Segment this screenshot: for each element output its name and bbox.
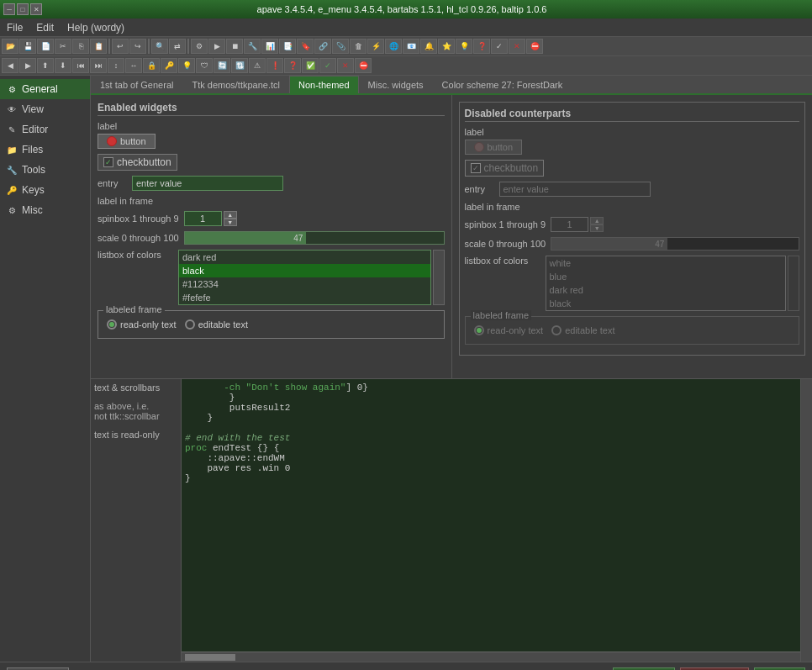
- h-scroll-thumb[interactable]: [185, 654, 235, 661]
- listbox-item-1-left[interactable]: black: [179, 264, 430, 277]
- sidebar-item-editor[interactable]: ✎ Editor: [0, 119, 90, 140]
- tb-b17[interactable]: ⛔: [526, 39, 543, 54]
- tb-save[interactable]: 💾: [19, 39, 36, 54]
- sidebar-item-misc[interactable]: ⚙ Misc: [0, 200, 90, 220]
- tb-b4[interactable]: 🔖: [297, 39, 314, 54]
- listbox-left[interactable]: dark red black #112334 #fefefe: [178, 250, 431, 305]
- listbox-item-2-left[interactable]: #112334: [179, 277, 430, 291]
- tb-open[interactable]: 📂: [2, 39, 18, 54]
- tb-cut[interactable]: ✂: [55, 39, 71, 54]
- tb-b5[interactable]: 🔗: [314, 39, 331, 54]
- tb-stop[interactable]: ⏹: [226, 39, 243, 54]
- horizontal-scrollbar[interactable]: [182, 652, 800, 662]
- spinbox-input-left[interactable]: [184, 211, 222, 226]
- tb-b15[interactable]: ✓: [491, 39, 508, 54]
- tb-b8[interactable]: ⚡: [367, 39, 384, 54]
- tb-redo[interactable]: ↪: [129, 39, 146, 54]
- tb2-b10[interactable]: 🔑: [161, 58, 177, 73]
- tb-b6[interactable]: 📎: [332, 39, 349, 54]
- sidebar-item-view[interactable]: 👁 View: [0, 99, 90, 119]
- tb2-b15[interactable]: ⚠: [249, 58, 266, 73]
- tb-new[interactable]: 📄: [37, 39, 54, 54]
- tb2-b14[interactable]: 🔃: [231, 58, 248, 73]
- entry-input-left[interactable]: [132, 176, 283, 191]
- listbox-item-0-left[interactable]: dark red: [179, 251, 430, 264]
- radio-editable-left[interactable]: editable text: [185, 319, 248, 330]
- code-editor[interactable]: -ch "Don't show again"] 0} } putsResult2…: [182, 379, 800, 652]
- tb-b16[interactable]: ✕: [509, 39, 525, 54]
- demo-button-right: button: [465, 140, 523, 155]
- tb-b7[interactable]: 🗑: [350, 39, 366, 54]
- menu-edit[interactable]: Edit: [33, 21, 57, 34]
- tb-settings[interactable]: ⚙: [191, 39, 208, 54]
- tb2-b6[interactable]: ⏭: [90, 58, 107, 73]
- tb2-b16[interactable]: ❗: [266, 58, 283, 73]
- sidebar-item-tools[interactable]: 🔧 Tools: [0, 160, 90, 180]
- tab-ttk[interactable]: Ttk demos/ttkpane.tcl: [182, 76, 289, 93]
- tb2-b4[interactable]: ⬇: [55, 58, 71, 73]
- help-button[interactable]: ❓ Help: [7, 667, 69, 671]
- scale-track-left[interactable]: 47: [184, 231, 445, 245]
- sidebar-item-files[interactable]: 📁 Files: [0, 140, 90, 160]
- tab-general[interactable]: 1st tab of General: [91, 76, 182, 93]
- tb-b13[interactable]: 💡: [456, 39, 472, 54]
- ok-button[interactable]: ✓ OK: [754, 667, 805, 671]
- tb2-b8[interactable]: ↔: [125, 58, 142, 73]
- tb2-b20[interactable]: ✕: [337, 58, 354, 73]
- tb-replace[interactable]: ⇄: [169, 39, 186, 54]
- tb-b10[interactable]: 📧: [403, 39, 419, 54]
- tb-paste[interactable]: 📋: [90, 39, 107, 54]
- listbox-item-3-left[interactable]: #fefefe: [179, 291, 430, 304]
- tb2-b9[interactable]: 🔒: [143, 58, 160, 73]
- spinbox-right: ▲ ▼: [551, 217, 604, 232]
- spinbox-up-left[interactable]: ▲: [224, 211, 237, 219]
- tb2-b13[interactable]: 🔄: [214, 58, 230, 73]
- tb2-b12[interactable]: 🛡: [196, 58, 213, 73]
- titlebar-controls[interactable]: ─ □ ✕: [0, 3, 42, 15]
- tb2-b11[interactable]: 💡: [178, 58, 195, 73]
- cancel-button[interactable]: ✕ Cancel: [680, 667, 748, 671]
- demo-button-left[interactable]: button: [98, 134, 156, 149]
- tb-b11[interactable]: 🔔: [420, 39, 437, 54]
- tb-b1[interactable]: 🔧: [244, 39, 261, 54]
- frame-section-right: label in frame: [465, 202, 800, 212]
- code-line-8: ::apave::endWM: [185, 453, 797, 463]
- tb2-b2[interactable]: ▶: [19, 58, 36, 73]
- tb-b12[interactable]: ⭐: [438, 39, 455, 54]
- tb-run[interactable]: ▶: [208, 39, 225, 54]
- tb-b2[interactable]: 📊: [261, 39, 278, 54]
- tb-b9[interactable]: 🌐: [385, 39, 402, 54]
- vertical-scrollbar-right[interactable]: [800, 379, 812, 662]
- apply-button[interactable]: ✓ Apply: [613, 667, 675, 671]
- sidebar-item-general[interactable]: ⚙ General: [0, 79, 90, 99]
- menu-help[interactable]: Help (wordy): [64, 21, 128, 34]
- close-btn[interactable]: ✕: [30, 3, 42, 15]
- tb-find[interactable]: 🔍: [151, 39, 168, 54]
- tb-b14[interactable]: ❓: [473, 39, 490, 54]
- tb2-b21[interactable]: ⛔: [355, 58, 372, 73]
- tb2-b1[interactable]: ◀: [2, 58, 18, 73]
- listbox-container-right: white blue dark red black: [546, 256, 800, 311]
- tab-nonthemed[interactable]: Non-themed: [289, 76, 359, 93]
- maximize-btn[interactable]: □: [17, 3, 29, 15]
- tb-copy[interactable]: ⎘: [72, 39, 89, 54]
- tb2-b18[interactable]: ✅: [302, 58, 319, 73]
- tb2-b5[interactable]: ⏮: [72, 58, 89, 73]
- sidebar-item-keys[interactable]: 🔑 Keys: [0, 180, 90, 200]
- tb-b3[interactable]: 📑: [279, 39, 296, 54]
- tb2-b3[interactable]: ⬆: [37, 58, 54, 73]
- tb-undo[interactable]: ↩: [112, 39, 129, 54]
- tb2-b7[interactable]: ↕: [108, 58, 124, 73]
- radio-readonly-left[interactable]: read-only text: [107, 319, 177, 330]
- spinbox-down-left[interactable]: ▼: [224, 219, 237, 226]
- tab-color[interactable]: Color scheme 27: ForestDark: [433, 76, 572, 93]
- tb2-b17[interactable]: ❓: [284, 58, 301, 73]
- listbox-scrollbar-left[interactable]: [433, 250, 445, 305]
- tab-misc[interactable]: Misc. widgets: [359, 76, 433, 93]
- minimize-btn[interactable]: ─: [3, 3, 15, 15]
- demo-checkbutton-left[interactable]: ✓ checkbutton: [98, 154, 177, 171]
- tb2-b19[interactable]: ✓: [319, 58, 336, 73]
- menu-file[interactable]: File: [3, 21, 26, 34]
- general-icon: ⚙: [5, 82, 18, 96]
- scale-left[interactable]: 47: [184, 231, 445, 245]
